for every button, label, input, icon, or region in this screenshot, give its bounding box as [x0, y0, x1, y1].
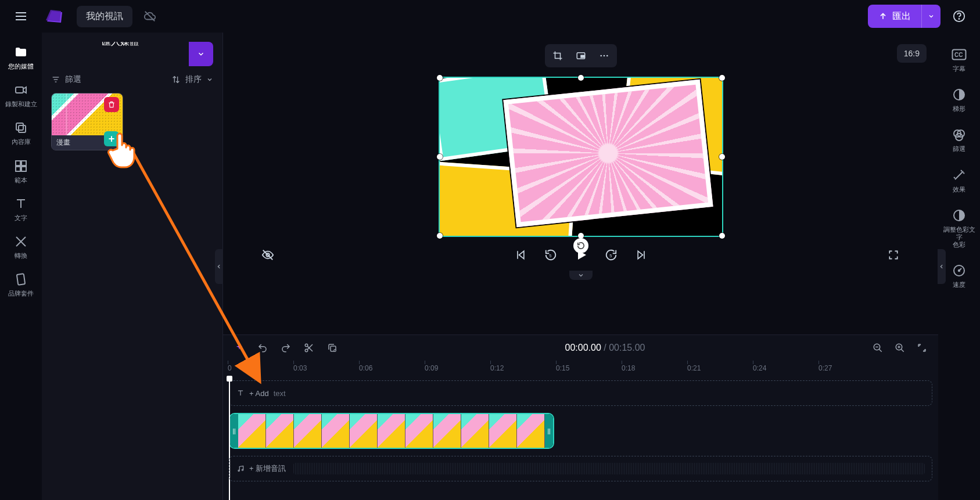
media-thumbnail[interactable]: + 漫畫 — [51, 93, 123, 150]
fit-icon — [917, 343, 927, 353]
svg-text:5: 5 — [609, 253, 612, 258]
preview-area: 16:9 — [223, 33, 938, 334]
zoom-in-button[interactable] — [892, 340, 908, 356]
resize-handle[interactable] — [437, 75, 443, 81]
rail-label: 轉換 — [15, 252, 27, 260]
ruler-tick: 0:09 — [425, 364, 438, 372]
redo-button[interactable] — [278, 340, 294, 356]
rail-brand-kit[interactable]: 品牌套件 — [2, 267, 40, 302]
more-button[interactable] — [594, 46, 615, 65]
rail-record-create[interactable]: 錄製和建立 — [2, 77, 40, 113]
audio-track[interactable]: + 新增音訊 — [229, 456, 932, 481]
undo-button[interactable] — [254, 340, 271, 356]
sort-button[interactable]: 排序 — [171, 74, 213, 85]
add-thumbnail-button[interactable]: + — [104, 131, 119, 146]
timeline-ruler[interactable]: 00:030:060:090:120:150:180:210:240:27 — [223, 361, 938, 377]
text-icon — [13, 196, 29, 212]
video-clip[interactable]: || || — [229, 413, 554, 449]
rail-library[interactable]: 內容庫 — [2, 115, 40, 150]
pip-button[interactable] — [570, 46, 591, 65]
crop-button[interactable] — [547, 46, 568, 65]
rail-color[interactable]: 調整色彩文字 色彩 — [940, 203, 978, 254]
fullscreen-icon — [888, 249, 899, 261]
skip-end-button[interactable] — [631, 245, 651, 265]
undo-icon — [257, 343, 268, 353]
filter-sort-row: 篩選 排序 — [51, 74, 213, 85]
rewind-5-button[interactable]: 5 — [541, 245, 561, 265]
rail-label: 品牌套件 — [8, 290, 34, 297]
fullscreen-button[interactable] — [884, 245, 903, 265]
rail-filters[interactable]: 篩選 — [940, 122, 978, 157]
filter-button[interactable]: 篩選 — [51, 74, 81, 85]
svg-point-19 — [600, 55, 602, 57]
rail-fade[interactable]: 梯形 — [940, 82, 978, 117]
ruler-tick: 0:18 — [622, 364, 635, 372]
playback-controls: 5 5 — [223, 237, 938, 269]
delete-thumbnail-button[interactable] — [104, 97, 119, 112]
collapse-right-rail[interactable] — [938, 249, 946, 284]
clip-trim-right[interactable]: || — [545, 414, 553, 448]
svg-line-35 — [879, 349, 882, 352]
cloud-sync-off-icon[interactable] — [139, 6, 160, 27]
svg-point-21 — [606, 55, 608, 57]
ai-sparkle-button[interactable] — [231, 340, 247, 356]
camera-icon — [13, 82, 29, 98]
ruler-tick: 0:21 — [687, 364, 701, 372]
ruler-tick: 0:27 — [819, 364, 832, 372]
project-title[interactable]: 我的視訊 — [77, 6, 132, 27]
center-area: 16:9 — [223, 33, 938, 500]
rail-text[interactable]: 文字 — [2, 191, 40, 226]
rail-label: 篩選 — [953, 145, 965, 153]
timeline-collapse-button[interactable] — [569, 271, 593, 280]
play-button[interactable] — [571, 245, 591, 265]
zoom-out-button[interactable] — [870, 340, 886, 356]
filter-label: 篩選 — [65, 74, 81, 85]
duration-time: 00:15.00 — [609, 343, 645, 352]
ruler-tick: 0:03 — [293, 364, 307, 372]
rail-captions[interactable]: CC 字幕 — [940, 42, 978, 77]
rail-your-media[interactable]: 您的媒體 — [2, 39, 40, 75]
duplicate-button[interactable] — [324, 340, 340, 356]
resize-handle[interactable] — [719, 75, 725, 81]
filters-icon — [951, 127, 967, 143]
rail-templates[interactable]: 範本 — [2, 153, 40, 189]
forward-icon: 5 — [605, 249, 618, 261]
add-text-label-b: text — [274, 389, 286, 398]
grid-icon — [13, 158, 29, 174]
resize-handle[interactable] — [437, 154, 443, 160]
preview-canvas[interactable] — [439, 77, 723, 237]
rail-speed[interactable]: 速度 — [940, 258, 978, 293]
rail-label: 範本 — [15, 177, 27, 184]
clip-frames — [238, 414, 545, 448]
resize-handle[interactable] — [719, 154, 725, 160]
playhead[interactable] — [229, 377, 230, 500]
preview-toolbar — [545, 44, 617, 67]
speed-icon — [951, 262, 967, 279]
add-audio-label: 新增音訊 — [256, 464, 286, 473]
export-button[interactable]: 匯出 — [868, 5, 940, 28]
help-button[interactable] — [947, 5, 971, 28]
svg-point-20 — [603, 55, 605, 57]
svg-rect-10 — [21, 161, 26, 166]
import-media-button[interactable]: 匯入媒體 — [51, 42, 213, 66]
resize-handle[interactable] — [578, 75, 584, 81]
svg-rect-9 — [16, 161, 20, 166]
text-track[interactable]: + Add text — [229, 380, 932, 406]
fade-icon — [951, 87, 967, 103]
split-button[interactable] — [301, 340, 317, 356]
rail-effects[interactable]: 效果 — [940, 163, 978, 198]
fit-timeline-button[interactable] — [914, 340, 930, 356]
forward-5-button[interactable]: 5 — [601, 245, 621, 265]
import-caret[interactable] — [189, 42, 213, 66]
skip-start-button[interactable] — [511, 245, 530, 265]
library-icon — [13, 120, 29, 136]
menu-icon[interactable] — [9, 5, 33, 28]
aspect-ratio-button[interactable]: 16:9 — [897, 44, 927, 63]
hide-preview-button[interactable] — [258, 245, 278, 265]
collapse-media-panel[interactable] — [215, 249, 223, 284]
rail-transitions[interactable]: 轉換 — [2, 229, 40, 264]
clip-trim-left[interactable]: || — [230, 414, 238, 448]
export-caret-icon[interactable] — [921, 5, 940, 28]
svg-text:5: 5 — [549, 253, 551, 258]
left-rail: 您的媒體 錄製和建立 內容庫 範本 文字 轉換 品牌套件 — [0, 33, 42, 500]
